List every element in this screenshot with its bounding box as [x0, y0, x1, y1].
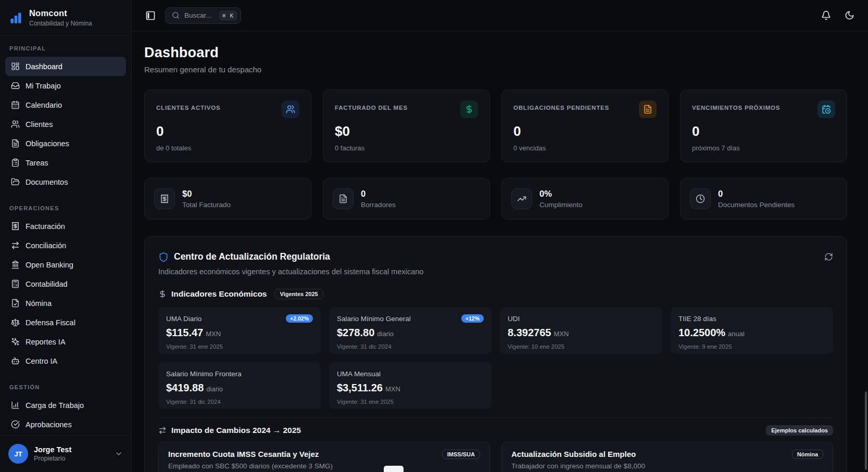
sidebar-item-label: Conciliación — [26, 241, 66, 250]
indicator-name: TIIE 28 días — [678, 315, 716, 323]
indicator-name: UMA Diario — [166, 315, 202, 323]
impact-cards: Incremento Cuota IMSS Cesantía y Vejez I… — [158, 442, 833, 472]
sidebar-item-contabilidad[interactable]: Contabilidad — [5, 274, 126, 294]
indicator-name: UDI — [508, 315, 520, 323]
file-check-icon — [11, 299, 20, 308]
sidebar-item-label: Nómina — [26, 299, 52, 308]
sidebar-item-mi-trabajo[interactable]: Mi Trabajo — [5, 76, 126, 95]
partial-badge — [384, 466, 404, 472]
user-menu[interactable]: JT Jorge Test Propietario — [0, 435, 131, 472]
sidebar-item-reportes-ia[interactable]: Reportes IA — [5, 332, 126, 351]
sidebar-item-aprobaciones[interactable]: Aprobaciones — [5, 415, 126, 434]
calculator-icon — [11, 279, 20, 288]
sidebar-item-label: Dashboard — [26, 62, 62, 71]
sidebar-item-dashboard[interactable]: Dashboard — [5, 57, 126, 76]
indicator-valid-date: Vigente: 10 ene 2025 — [508, 343, 655, 350]
sidebar-item-centro-ia[interactable]: Centro IA — [5, 351, 126, 371]
notifications-button[interactable] — [821, 10, 831, 20]
sidebar-item-obligaciones[interactable]: Obligaciones — [5, 134, 126, 153]
clock-icon — [690, 188, 711, 209]
indicator-name: Salario Mínimo Frontera — [166, 370, 242, 378]
search-icon — [172, 11, 180, 19]
scale-icon — [11, 318, 20, 327]
nav-section-label: OPERACIONES — [9, 205, 122, 212]
bar-chart-logo-icon — [9, 11, 23, 25]
stat-card-facturado-del-mes: FACTURADO DEL MES $0 0 facturas — [323, 90, 490, 162]
chevron-down-icon — [115, 450, 123, 458]
sidebar-item-defensa-fiscal[interactable]: Defensa Fiscal — [5, 313, 126, 332]
indicator-card-salario-minimo-frontera: Salario Mínimo Frontera $419.88diario Vi… — [158, 362, 321, 409]
nav-section-label: GESTIÓN — [9, 384, 122, 391]
sidebar: Nomcont Contabilidad y Nómina PRINCIPAL … — [0, 0, 132, 472]
bot-icon — [11, 356, 20, 365]
stat-card-obligaciones-pendientes: OBLIGACIONES PENDIENTES 0 0 vencidas — [501, 90, 669, 162]
mini-value: 0% — [539, 189, 583, 199]
regulatory-title: Centro de Actualización Regulatoria — [174, 251, 330, 262]
stat-value: 0 — [513, 123, 657, 139]
indicator-unit: MXN — [385, 385, 400, 393]
inbox-icon — [11, 81, 20, 90]
search-button[interactable]: Buscar... ⌘ K — [165, 7, 241, 24]
sidebar-item-facturacion[interactable]: Facturación — [5, 216, 126, 236]
arrow-right-left-icon — [11, 241, 20, 250]
app-subtitle: Contabilidad y Nómina — [29, 20, 92, 27]
search-placeholder: Buscar... — [184, 11, 212, 19]
sidebar-item-carga-de-trabajo[interactable]: Carga de Trabajo — [5, 396, 126, 415]
mini-stat-cards: $0 Total Facturado 0 Borradores 0% Cumpl… — [144, 178, 847, 220]
indicator-unit: diario — [377, 330, 394, 338]
stat-label: CLIENTES ACTIVOS — [156, 105, 221, 111]
mini-value: 0 — [718, 189, 795, 199]
indicator-value: $278.80 — [337, 327, 374, 338]
sidebar-item-open-banking[interactable]: Open Banking — [5, 255, 126, 274]
sidebar-item-calendario[interactable]: Calendario — [5, 95, 126, 114]
sidebar-item-documentos[interactable]: Documentos — [5, 172, 126, 192]
mini-label: Documentos Pendientes — [718, 201, 795, 209]
dashboard-content: Dashboard Resumen general de tu despacho… — [132, 31, 868, 472]
mini-label: Total Facturado — [182, 201, 231, 209]
sidebar-item-label: Reportes IA — [26, 338, 66, 346]
indicator-valid-date: Vigente: 31 dic 2024 — [166, 399, 313, 405]
folder-open-icon — [11, 177, 20, 186]
sidebar-item-label: Aprobaciones — [26, 420, 72, 429]
impact-title: Impacto de Cambios 2024 → 2025 — [171, 426, 301, 435]
sidebar-item-tareas[interactable]: Tareas — [5, 153, 126, 172]
sidebar-item-label: Tareas — [26, 159, 48, 167]
sidebar-item-label: Carga de Trabajo — [26, 401, 84, 410]
sidebar-toggle-button[interactable] — [145, 10, 156, 21]
mini-label: Cumplimiento — [539, 201, 583, 209]
indicator-valid-date: Vigente: 31 dic 2024 — [337, 343, 484, 350]
impact-card-tag: Nómina — [792, 450, 823, 459]
topbar: Buscar... ⌘ K — [132, 0, 868, 31]
impact-card-actualizacion-subsidio-al-empleo: Actualización Subsidio al Empleo Nómina … — [501, 442, 833, 472]
refresh-button[interactable] — [824, 252, 833, 261]
scrollbar-thumb[interactable] — [865, 391, 867, 470]
sidebar-item-label: Contabilidad — [26, 280, 68, 288]
indicator-value: $115.47 — [166, 327, 203, 338]
sidebar-item-clientes[interactable]: Clientes — [5, 114, 126, 134]
sidebar-header[interactable]: Nomcont Contabilidad y Nómina — [0, 0, 131, 36]
impact-badge: Ejemplos calculados — [766, 425, 833, 436]
file-text-icon — [333, 188, 354, 209]
indicator-name: UMA Mensual — [337, 370, 381, 378]
dollar-sign-icon — [460, 100, 478, 118]
sidebar-item-label: Open Banking — [26, 261, 73, 269]
sidebar-item-label: Mi Trabajo — [26, 82, 61, 90]
indicator-cards: UMA Diario +2.02% $115.47MXN Vigente: 31… — [158, 307, 833, 409]
stat-subtext: 0 vencidas — [513, 144, 657, 152]
indicator-valid-date: Vigente: 9 ene 2025 — [678, 343, 825, 350]
app-title: Nomcont — [29, 8, 92, 18]
sidebar-item-conciliacion[interactable]: Conciliación — [5, 236, 126, 255]
indicator-card-tiie-28-dias: TIIE 28 días 10.2500%anual Vigente: 9 en… — [671, 307, 833, 354]
landmark-icon — [11, 260, 20, 269]
receipt-icon — [11, 222, 20, 231]
impact-card-title: Incremento Cuota IMSS Cesantía y Vejez — [168, 450, 319, 458]
mini-value: $0 — [182, 189, 231, 199]
dollar-icon — [158, 290, 167, 298]
indicator-unit: MXN — [553, 330, 569, 338]
file-text-icon — [11, 139, 20, 148]
indicators-title: Indicadores Económicos — [171, 289, 267, 299]
theme-toggle-button[interactable] — [845, 10, 854, 20]
sidebar-item-nomina[interactable]: Nómina — [5, 294, 126, 313]
indicator-change-badge: +2.02% — [286, 314, 313, 323]
sidebar-nav: PRINCIPAL Dashboard Mi Trabajo Calendari… — [0, 36, 131, 435]
